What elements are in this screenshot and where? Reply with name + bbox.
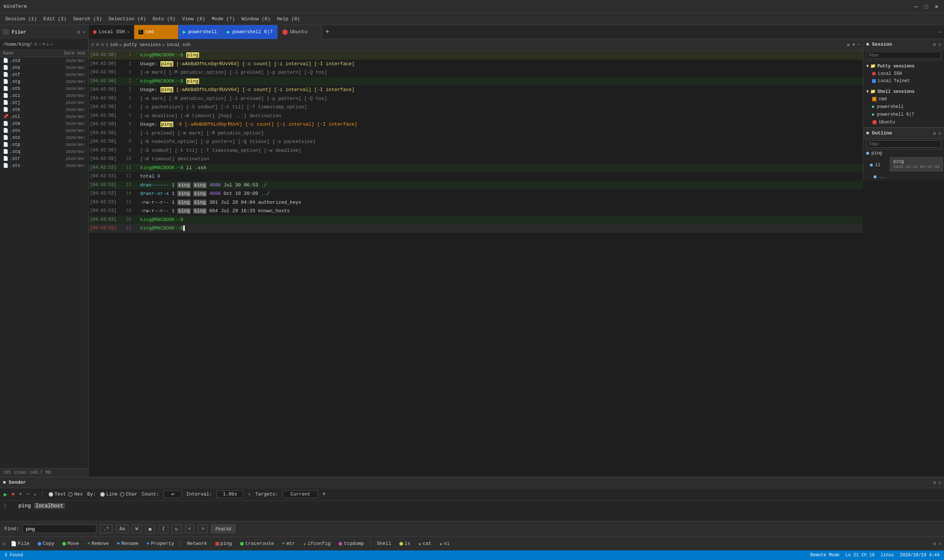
find-prev-button[interactable]: <	[185, 525, 195, 533]
filer-dropdown-icon[interactable]: ▼	[43, 42, 45, 46]
find-case-button[interactable]: Aa	[116, 525, 129, 533]
sender-targets-value[interactable]: Current	[282, 490, 318, 498]
list-item[interactable]: 📄.sti2020/08/	[0, 92, 88, 99]
sender-play-button[interactable]: ▶	[4, 491, 8, 498]
toolbar-tcpdump-button[interactable]: tcpdump	[335, 539, 367, 548]
find-italic-button[interactable]: I	[159, 525, 168, 533]
list-item[interactable]: 📄.stq2020/06/	[0, 148, 88, 155]
sender-interval-value[interactable]: 1.00s	[216, 490, 244, 498]
session-item-cmd[interactable]: C cmd	[863, 95, 944, 103]
sender-close-icon[interactable]: ✕	[938, 480, 941, 486]
sender-add-button[interactable]: +	[19, 491, 22, 497]
tab-add-button[interactable]: +	[322, 28, 333, 36]
find-wrap-button[interactable]: ↻	[172, 525, 181, 534]
outline-item-ll[interactable]: ll ping 2020-10-19 04:42:48	[863, 157, 944, 173]
toolbar-vi-button[interactable]: ★ vi	[436, 539, 453, 548]
filer-settings-icon[interactable]: ⚙	[77, 29, 80, 35]
session-group-putty-header[interactable]: ▼ 📁 Putty sessions	[863, 62, 944, 70]
sender-count-value[interactable]: ∞	[164, 490, 182, 498]
toolbar-cat-button[interactable]: ★ cat	[415, 539, 435, 548]
duplicate-icon[interactable]: ⊞	[96, 42, 99, 48]
list-item[interactable]: 📄.stg2020/08/	[0, 78, 88, 85]
list-item[interactable]: 📄.stk2020/08/	[0, 106, 88, 113]
sender-stop-button[interactable]: ■	[12, 491, 15, 497]
bc-forward-icon[interactable]: ▶	[847, 42, 850, 48]
filer-copy-path-icon[interactable]: ⊡	[34, 42, 37, 47]
toolbar-ping-button[interactable]: ping	[212, 539, 235, 548]
close-button[interactable]: ✕	[933, 3, 940, 10]
menu-mode[interactable]: Mode (7)	[209, 15, 238, 23]
list-item[interactable]: 📄.stj2020/08/	[0, 99, 88, 106]
sender-hex-radio[interactable]: Hex	[68, 491, 83, 497]
tab-ubuntu[interactable]: ⬤ Ubuntu	[278, 25, 322, 39]
toolbar-network-button[interactable]: Network	[184, 539, 211, 548]
menu-session[interactable]: Session (1)	[2, 15, 40, 23]
session-filter-input[interactable]	[866, 52, 941, 59]
minimize-button[interactable]: ─	[912, 3, 920, 10]
menu-edit[interactable]: Edit (2)	[40, 15, 69, 23]
new-session-icon[interactable]: ⊡	[91, 42, 94, 48]
sender-line-radio[interactable]: Line	[100, 491, 118, 497]
list-item[interactable]: 📄.sts2020/06/	[0, 162, 88, 169]
menu-search[interactable]: Search (3)	[70, 15, 105, 23]
toolbar-ls-button[interactable]: ls	[396, 539, 414, 548]
session-settings-icon[interactable]: ⚙	[933, 42, 936, 48]
maximize-button[interactable]: □	[922, 3, 930, 10]
toolbar-traceroute-button[interactable]: traceroute	[237, 539, 277, 548]
toolbar-shell-button[interactable]: Shell	[373, 539, 395, 548]
toolbar-ifconfig-button[interactable]: ★ ifconfig	[300, 539, 334, 548]
list-item[interactable]: 📄.stn2020/06/	[0, 127, 88, 134]
terminal-content[interactable]: [04:42:50] 1 ─ king@MACBOOK:~$ ping [04:…	[88, 51, 863, 477]
sender-close-item-button[interactable]: ✕	[34, 491, 37, 497]
tab-cmd[interactable]: C cmd	[134, 25, 179, 39]
list-item[interactable]: 📌.stl2020/08/	[0, 113, 88, 120]
menu-selection[interactable]: Selection (4)	[105, 15, 149, 23]
tab-powershell67[interactable]: ▶ powershell 6|7	[223, 25, 278, 39]
filer-up-icon[interactable]: ↑	[39, 42, 41, 47]
list-item[interactable]: 📄.stp2020/06/	[0, 141, 88, 148]
toolbar-mtr-button[interactable]: + mtr	[279, 539, 298, 548]
toolbar-property-button[interactable]: ⚑ Property	[143, 539, 177, 548]
tab-powershell[interactable]: ▶ powershell	[179, 25, 223, 39]
toolbar-file-button[interactable]: 📄 File	[8, 539, 33, 548]
outline-item-ping[interactable]: ping	[863, 149, 944, 157]
sender-text-radio[interactable]: Text	[49, 491, 66, 497]
find-input[interactable]	[23, 525, 96, 533]
tab-overflow-button[interactable]: ⋯	[935, 29, 944, 35]
sender-char-radio[interactable]: Char	[120, 491, 137, 497]
toolbar-settings-icon[interactable]: ⊡	[3, 541, 6, 547]
list-item[interactable]: 📄.ste2020/08/	[0, 64, 88, 71]
outline-settings-icon[interactable]: ⚙	[933, 131, 936, 136]
list-item[interactable]: 📄.sto2020/06/	[0, 134, 88, 141]
outline-item-more[interactable]: ...	[863, 173, 944, 180]
session-item-powershell67[interactable]: ▶ powershell 6|7	[863, 111, 944, 118]
session-item-powershell[interactable]: ▶ powershell	[863, 103, 944, 111]
list-item[interactable]: 📄.str2020/06/	[0, 155, 88, 162]
sender-targets-dropdown[interactable]: ▼	[322, 491, 325, 497]
session-item-ubuntu[interactable]: ⬤ Ubuntu	[863, 118, 944, 126]
filer-close-icon[interactable]: ✕	[82, 29, 85, 35]
session-close-icon[interactable]: ✕	[938, 42, 941, 48]
toolbar-right-more[interactable]: ✕	[938, 541, 941, 547]
outline-close-icon[interactable]: ✕	[938, 131, 941, 136]
toolbar-move-button[interactable]: Move	[59, 539, 82, 548]
split-icon[interactable]: ⊟	[101, 42, 103, 48]
find-word-button[interactable]: W	[132, 525, 142, 533]
menu-window[interactable]: Window (8)	[239, 15, 273, 23]
sender-interval-adjust[interactable]: ⬍	[248, 491, 251, 497]
list-item[interactable]: 📄.sth2020/08/	[0, 85, 88, 92]
sender-remove-button[interactable]: −	[26, 491, 29, 497]
toolbar-rename-button[interactable]: ⚑ Rename	[114, 539, 142, 548]
session-group-shell-header[interactable]: ▼ 📁 Shell sessions	[863, 88, 944, 95]
toolbar-copy-button[interactable]: Copy	[34, 539, 57, 548]
find-all-button[interactable]: Find All	[211, 525, 235, 533]
terminal-more-icon[interactable]: ⋯	[858, 42, 860, 48]
info-icon[interactable]: ℹ	[106, 42, 108, 48]
list-item[interactable]: 📄.std2020/08/	[0, 57, 88, 64]
find-context-button[interactable]: ▣	[145, 525, 155, 534]
menu-view[interactable]: View (6)	[179, 15, 208, 23]
tab-close-local-ssh[interactable]: ✕	[127, 29, 130, 34]
sender-settings-icon[interactable]: ⚙	[933, 480, 936, 486]
filer-refresh-icon[interactable]: ↻	[46, 42, 49, 47]
menu-help[interactable]: Help (0)	[274, 15, 303, 23]
